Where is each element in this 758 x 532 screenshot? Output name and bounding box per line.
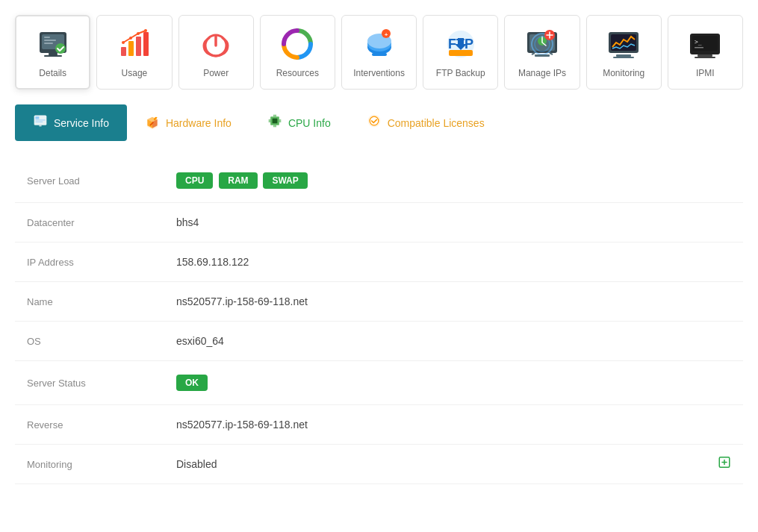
power-icon (198, 26, 234, 62)
svg-text:>_: >_ (695, 39, 702, 46)
nav-item-ftp-backup[interactable]: FTP FTP Backup (423, 15, 498, 90)
svg-rect-44 (695, 57, 715, 58)
row-value-datacenter: bhs4 (164, 203, 743, 242)
nav-label-ipmi: IPMI (696, 68, 715, 78)
tab-cpu-info[interactable]: CPU Info (249, 104, 349, 141)
monitoring-value: Disabled (176, 458, 217, 470)
row-label-monitoring: Monitoring (15, 445, 164, 484)
nav-label-manage-ips: Manage IPs (518, 68, 566, 78)
tab-compatible-licenses[interactable]: Compatible Licenses (349, 104, 503, 141)
nav-item-power[interactable]: Power (178, 15, 254, 90)
svg-rect-54 (275, 115, 276, 117)
ipmi-icon: >_ (687, 26, 723, 62)
ftp-backup-icon: FTP (443, 26, 479, 62)
row-value-server-status: OK (164, 361, 743, 405)
badge-ram[interactable]: RAM (219, 172, 257, 189)
svg-rect-42 (695, 47, 703, 48)
svg-rect-22 (372, 53, 387, 56)
svg-rect-57 (269, 119, 271, 120)
badge-ok[interactable]: OK (176, 375, 208, 391)
usage-icon (117, 26, 152, 62)
table-row: Server Status OK (15, 361, 743, 405)
nav-item-details[interactable]: Details (15, 15, 90, 90)
row-label-name: Name (15, 282, 164, 322)
table-row: Server Load CPU RAM SWAP (15, 159, 743, 203)
nav-label-resources: Resources (276, 68, 319, 78)
table-row: OS esxi60_64 (15, 322, 743, 361)
nav-item-ipmi[interactable]: >_ IPMI (668, 15, 743, 90)
svg-rect-53 (273, 115, 274, 117)
resources-icon (279, 26, 315, 62)
tab-cpu-info-label: CPU Info (288, 117, 331, 129)
tab-service-info-label: Service Info (54, 117, 109, 129)
top-nav: Details Usage (15, 15, 743, 90)
interventions-icon: + (361, 26, 397, 62)
svg-point-13 (129, 37, 132, 40)
nav-item-resources[interactable]: Resources (260, 15, 335, 90)
svg-rect-43 (698, 54, 712, 57)
edit-monitoring-icon[interactable] (718, 456, 731, 473)
nav-label-monitoring: Monitoring (603, 68, 644, 78)
svg-rect-46 (35, 116, 39, 119)
nav-label-ftp-backup: FTP Backup (436, 68, 485, 78)
table-row: Datacenter bhs4 (15, 203, 743, 242)
hardware-info-icon (145, 115, 160, 131)
details-icon (35, 26, 71, 62)
row-value-name: ns520577.ip-158-69-118.net (164, 282, 743, 322)
row-label-reverse: Reverse (15, 405, 164, 445)
badge-cpu[interactable]: CPU (176, 172, 213, 189)
svg-rect-4 (44, 43, 53, 44)
svg-rect-60 (279, 121, 282, 122)
nav-item-usage[interactable]: Usage (96, 15, 172, 90)
svg-rect-33 (535, 54, 550, 57)
svg-rect-56 (275, 125, 276, 128)
row-label-server-load: Server Load (15, 159, 164, 203)
nav-label-interventions: Interventions (353, 68, 405, 78)
nav-label-power: Power (203, 68, 229, 78)
tab-compatible-licenses-label: Compatible Licenses (388, 117, 485, 129)
badge-swap[interactable]: SWAP (263, 172, 307, 189)
row-value-server-load: CPU RAM SWAP (164, 159, 743, 203)
row-label-os: OS (15, 322, 164, 361)
svg-rect-49 (39, 125, 41, 127)
svg-rect-59 (279, 119, 282, 120)
row-label-datacenter: Datacenter (15, 203, 164, 242)
svg-rect-55 (273, 125, 274, 128)
svg-point-14 (137, 32, 140, 35)
table-row: IP Address 158.69.118.122 (15, 242, 743, 282)
nav-label-details: Details (39, 68, 66, 78)
table-row: Monitoring Disabled (15, 445, 743, 484)
nav-label-usage: Usage (122, 68, 148, 78)
svg-rect-11 (143, 32, 149, 56)
service-info-icon (33, 113, 48, 132)
svg-rect-10 (136, 37, 141, 56)
svg-rect-38 (613, 57, 634, 58)
svg-rect-37 (616, 54, 631, 57)
row-value-ip-address: 158.69.118.122 (164, 242, 743, 282)
svg-rect-8 (121, 47, 126, 56)
svg-rect-58 (269, 121, 271, 122)
compatible-licenses-icon (367, 113, 382, 132)
nav-item-monitoring[interactable]: Monitoring (586, 15, 662, 90)
svg-point-18 (290, 37, 305, 51)
row-label-ip-address: IP Address (15, 242, 164, 282)
row-value-os: esxi60_64 (164, 322, 743, 361)
table-row: Name ns520577.ip-158-69-118.net (15, 282, 743, 322)
tab-hardware-info[interactable]: Hardware Info (127, 104, 249, 141)
svg-point-12 (122, 41, 125, 44)
svg-rect-48 (35, 122, 43, 122)
svg-rect-52 (273, 119, 278, 124)
tab-service-info[interactable]: Service Info (15, 104, 127, 141)
nav-item-interventions[interactable]: + Interventions (341, 15, 417, 90)
nav-item-manage-ips[interactable]: Manage IPs (504, 15, 580, 90)
row-value-monitoring: Disabled (164, 445, 743, 484)
table-row: Reverse ns520577.ip-158-69-118.net (15, 405, 743, 445)
svg-point-15 (144, 29, 147, 32)
cpu-info-icon (267, 113, 282, 132)
svg-rect-6 (44, 55, 62, 57)
manage-ips-icon (524, 26, 560, 62)
svg-rect-9 (128, 41, 134, 56)
svg-rect-47 (35, 119, 45, 120)
sub-tabs: Service Info Hardware Info (15, 104, 743, 141)
row-value-reverse: ns520577.ip-158-69-118.net (164, 405, 743, 445)
